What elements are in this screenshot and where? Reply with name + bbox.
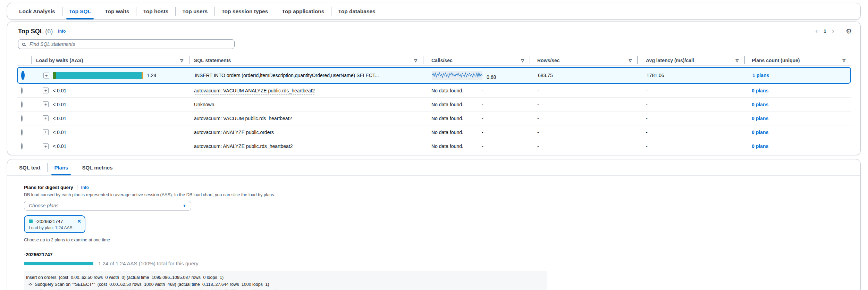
rows-per-sec-value: - [530,88,637,93]
sql-statement-link[interactable]: autovacuum: VACUUM ANALYZE public.rds_he… [194,88,315,93]
filter-icon[interactable]: ▽ [629,58,632,63]
calls-no-data-text: No data found. [431,130,482,135]
plan-line: -> Function Scan on generate_series (cos… [26,288,547,290]
tab-top-databases[interactable]: Top databases [331,3,382,19]
filter-icon[interactable]: ▽ [521,58,524,63]
plans-tab-content: Plans for digest query Info DB load caus… [7,176,860,290]
calls-no-data-text: No data found. [431,102,482,107]
load-bar [53,72,143,79]
expand-row-button[interactable]: + [43,101,49,107]
analysis-tab-bar: Lock Analysis Top SQL Top waits Top host… [7,3,861,20]
row-radio[interactable] [21,101,23,108]
calls-no-data-text: No data found. [431,116,482,121]
table-body: + 1.24 INSERT INTO orders (orderId,itemD… [17,67,851,153]
latency-value: - [637,130,744,135]
tab-top-waits[interactable]: Top waits [98,3,136,19]
plans-link[interactable]: 0 plans [752,102,768,107]
tab-top-users[interactable]: Top users [175,3,214,19]
column-label: Avg latency (ms)/call [646,58,694,63]
expand-row-button[interactable]: + [43,73,49,78]
plans-link[interactable]: 0 plans [752,130,768,135]
rows-per-sec-value: - [530,143,637,149]
plans-link[interactable]: 0 plans [752,116,768,121]
filter-icon[interactable]: ▽ [843,58,845,63]
calls-sparkline [432,71,482,80]
plan-line: -> Subquery Scan on "*SELECT*" (cost=0.0… [26,281,547,288]
column-label: Load by waits (AAS) [36,58,83,63]
row-radio[interactable] [21,115,23,122]
plans-link[interactable]: 0 plans [752,143,768,149]
search-input[interactable] [29,41,230,47]
expand-row-button[interactable]: + [43,88,49,93]
rows-per-sec-value: - [530,102,637,107]
expand-row-button[interactable]: + [43,143,49,149]
column-header-latency[interactable]: Avg latency (ms)/call ▽ [637,55,744,66]
row-radio[interactable] [21,71,25,80]
column-label: SQL statements [194,58,231,63]
expand-row-button[interactable]: + [43,115,49,121]
tab-lock-analysis[interactable]: Lock Analysis [12,3,62,19]
filter-icon[interactable]: ▽ [180,58,183,63]
table-row[interactable]: + < 0.01 Unknown No data found. - - - 0 … [17,98,851,111]
choose-plans-dropdown[interactable]: Choose plans ▼ [24,201,191,210]
column-header-load[interactable]: Load by waits (AAS) ▽ [31,55,189,66]
selected-plan-chip: -2026621747 ✕ Load by plan: 1.24 AAS [24,215,85,233]
plan-color-swatch [29,219,33,223]
load-bar-segment-yellow [142,72,143,79]
tab-top-applications[interactable]: Top applications [275,3,331,19]
row-radio[interactable] [21,87,23,94]
tab-top-sql[interactable]: Top SQL [62,3,98,19]
info-link[interactable]: Info [81,185,89,190]
page-title: Top SQL (6) Info [18,28,66,35]
remove-plan-button[interactable]: ✕ [77,218,81,224]
filter-icon[interactable]: ▽ [414,58,417,63]
result-count: (6) [45,28,53,35]
sql-statement-link[interactable]: INSERT INTO orders (orderId,itemDescript… [195,73,379,78]
load-value: < 0.01 [53,143,66,149]
info-link[interactable]: Info [58,29,66,34]
dropdown-placeholder: Choose plans [29,203,59,208]
calls-no-data-text: No data found. [431,88,482,93]
column-header-sql[interactable]: SQL statements ▽ [189,55,423,66]
calls-value: - [482,102,483,107]
table-row[interactable]: + < 0.01 autovacuum: VACUUM public.rds_h… [17,111,851,125]
settings-gear-icon[interactable]: ⚙ [846,27,852,35]
calls-value: - [482,88,483,93]
tab-sql-text[interactable]: SQL text [12,159,47,175]
search-icon [22,43,25,46]
table-row[interactable]: + < 0.01 autovacuum: ANALYZE public.orde… [17,125,851,139]
row-radio[interactable] [21,143,23,150]
divider [77,185,77,190]
previous-page-button[interactable]: ‹ [816,27,818,35]
tab-top-session-types[interactable]: Top session types [214,3,275,19]
table-row[interactable]: + < 0.01 autovacuum: VACUUM ANALYZE publ… [17,84,851,98]
row-radio[interactable] [21,129,23,136]
plans-link[interactable]: 1 plans [752,73,769,78]
sql-statement-link[interactable]: Unknown [194,102,214,107]
sql-search-box [18,39,235,49]
pagination: ‹ 1 › ⚙ [816,27,852,36]
sql-statement-link[interactable]: autovacuum: ANALYZE public.orders [194,130,274,135]
table-row[interactable]: + < 0.01 autovacuum: ANALYZE public.rds_… [17,139,851,153]
filter-icon[interactable]: ▽ [736,58,739,63]
rows-per-sec-value: - [530,116,637,121]
sql-statement-link[interactable]: autovacuum: ANALYZE public.rds_heartbeat… [194,143,293,149]
next-page-button[interactable]: › [832,27,834,35]
load-value: 1.24 [147,73,156,78]
current-page[interactable]: 1 [824,28,826,34]
calls-value: 0.68 [487,74,496,80]
expand-row-button[interactable]: + [43,129,49,135]
detail-tab-bar: SQL text Plans SQL metrics [7,159,860,176]
latency-value: - [637,88,744,93]
column-header-rows[interactable]: Rows/sec ▽ [530,55,637,66]
sql-statement-link[interactable]: autovacuum: VACUUM public.rds_heartbeat2 [194,116,292,121]
plans-link[interactable]: 0 plans [752,88,768,93]
tab-plans[interactable]: Plans [47,159,75,175]
latency-value: - [637,143,744,149]
tab-top-hosts[interactable]: Top hosts [136,3,175,19]
tab-sql-metrics[interactable]: SQL metrics [75,159,119,175]
column-header-calls[interactable]: Calls/sec ▽ [423,55,530,66]
column-header-plans[interactable]: Plans count (unique) ▽ [744,55,851,66]
plan-load-bar [24,262,93,265]
table-row[interactable]: + 1.24 INSERT INTO orders (orderId,itemD… [17,67,851,84]
